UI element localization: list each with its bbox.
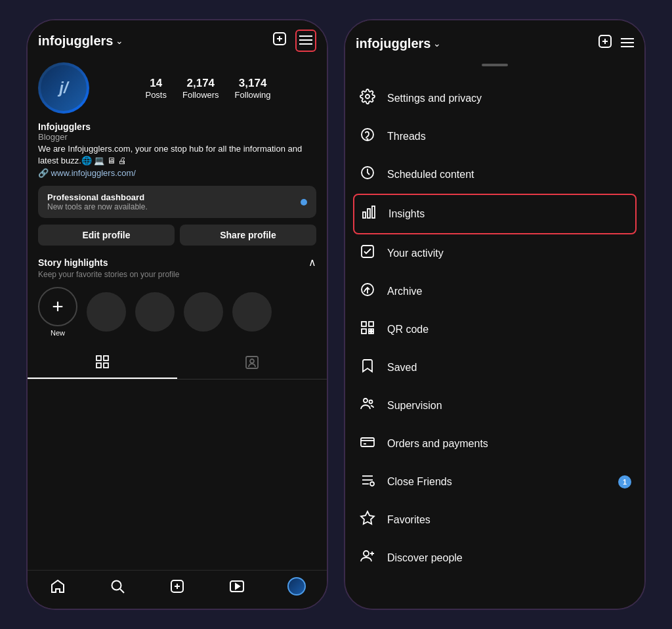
favorites-label: Favorites xyxy=(387,514,631,526)
bio-section: Infojugglers Blogger We are Infojugglers… xyxy=(28,121,327,183)
right-add-post-icon[interactable] xyxy=(597,33,613,53)
dashboard-dot-indicator xyxy=(301,199,307,206)
right-username-chevron-icon: ⌄ xyxy=(433,38,441,49)
highlight-item-1[interactable] xyxy=(87,292,126,332)
story-highlights-toggle-icon[interactable]: ∧ xyxy=(308,256,316,269)
nav-create[interactable] xyxy=(147,577,207,596)
dashboard-title: Professional dashboard xyxy=(47,192,148,202)
following-label: Following xyxy=(235,90,271,100)
username-chevron-icon: ⌄ xyxy=(116,35,123,46)
professional-dashboard-card[interactable]: Professional dashboard New tools are now… xyxy=(38,186,316,218)
svg-rect-40 xyxy=(371,329,373,331)
hamburger-menu-icon[interactable] xyxy=(295,30,316,52)
menu-item-archive[interactable]: Archive xyxy=(345,272,644,311)
new-highlight-button[interactable]: + New xyxy=(38,287,77,337)
tab-grid[interactable] xyxy=(28,346,177,379)
svg-point-27 xyxy=(368,139,368,140)
nav-home[interactable] xyxy=(28,577,87,596)
story-highlights-subtitle: Keep your favorite stories on your profi… xyxy=(28,270,327,284)
svg-rect-6 xyxy=(96,356,101,360)
svg-rect-34 xyxy=(362,322,366,326)
svg-rect-30 xyxy=(368,209,370,218)
tab-tagged[interactable] xyxy=(177,346,327,379)
svg-line-13 xyxy=(120,589,124,593)
profile-link[interactable]: 🔗 www.infojugglers.com/ xyxy=(38,168,316,178)
following-stat[interactable]: 3,174 Following xyxy=(235,77,271,100)
scheduled-label: Scheduled content xyxy=(387,169,631,181)
following-count: 3,174 xyxy=(239,77,267,90)
menu-item-discover[interactable]: Discover people xyxy=(345,539,644,577)
menu-item-threads[interactable]: Threads xyxy=(345,118,644,156)
right-hamburger-menu-icon[interactable] xyxy=(621,35,634,52)
new-highlight-circle[interactable]: + xyxy=(38,287,77,326)
menu-item-activity[interactable]: Your activity xyxy=(345,234,644,272)
close-friends-icon xyxy=(358,472,377,492)
add-post-icon[interactable] xyxy=(272,31,287,51)
profile-role: Blogger xyxy=(38,132,316,142)
right-username: infojugglers xyxy=(356,36,430,51)
insights-label: Insights xyxy=(388,208,630,220)
activity-label: Your activity xyxy=(387,248,631,259)
menu-list: Settings and privacy Threads xyxy=(345,74,644,609)
left-header: infojugglers ⌄ xyxy=(28,20,327,57)
svg-point-49 xyxy=(370,482,374,486)
share-profile-button[interactable]: Share profile xyxy=(180,225,316,246)
right-header: infojugglers ⌄ xyxy=(345,20,644,58)
close-friends-label: Close Friends xyxy=(387,476,608,488)
menu-item-supervision[interactable]: Supervision xyxy=(345,387,644,425)
supervision-icon xyxy=(358,396,377,416)
pull-tab xyxy=(482,64,508,66)
menu-item-qrcode[interactable]: QR code xyxy=(345,311,644,349)
svg-point-11 xyxy=(250,359,254,363)
followers-stat[interactable]: 2,174 Followers xyxy=(182,77,219,100)
menu-item-insights[interactable]: Insights xyxy=(353,194,637,234)
archive-icon xyxy=(358,282,377,301)
svg-point-41 xyxy=(364,399,368,402)
menu-item-settings[interactable]: Settings and privacy xyxy=(345,79,644,118)
svg-marker-18 xyxy=(236,584,240,589)
discover-label: Discover people xyxy=(387,552,631,564)
posts-stat[interactable]: 14 Posts xyxy=(145,77,167,100)
nav-search[interactable] xyxy=(87,577,147,596)
svg-rect-8 xyxy=(96,363,101,368)
dashboard-subtitle: New tools are now available. xyxy=(47,202,148,211)
posts-count: 14 xyxy=(150,77,162,90)
right-username-section[interactable]: infojugglers ⌄ xyxy=(356,36,441,51)
profile-avatar-nav xyxy=(287,577,306,596)
clock-icon xyxy=(358,165,377,184)
menu-item-saved[interactable]: Saved xyxy=(345,349,644,387)
svg-point-42 xyxy=(369,401,373,404)
nav-profile[interactable] xyxy=(267,577,327,596)
menu-item-orders[interactable]: Orders and payments xyxy=(345,425,644,463)
highlight-item-2[interactable] xyxy=(135,292,175,332)
action-buttons: Edit profile Share profile xyxy=(28,225,327,253)
highlight-item-4[interactable] xyxy=(232,292,272,332)
menu-item-favorites[interactable]: Favorites xyxy=(345,501,644,539)
svg-rect-9 xyxy=(104,363,108,368)
saved-label: Saved xyxy=(387,362,631,374)
story-highlights-title: Story highlights xyxy=(38,257,108,268)
threads-label: Threads xyxy=(387,131,631,142)
new-highlight-label: New xyxy=(51,329,65,337)
svg-point-51 xyxy=(364,551,369,556)
highlight-item-3[interactable] xyxy=(184,292,223,332)
followers-label: Followers xyxy=(182,90,219,100)
svg-marker-50 xyxy=(361,511,374,524)
nav-reels[interactable] xyxy=(207,577,267,596)
svg-rect-31 xyxy=(372,206,375,218)
svg-point-25 xyxy=(366,95,369,98)
posts-label: Posts xyxy=(145,90,167,100)
svg-rect-36 xyxy=(362,329,366,334)
menu-item-close-friends[interactable]: Close Friends 1 xyxy=(345,463,644,501)
archive-label: Archive xyxy=(387,286,631,297)
content-tabs xyxy=(28,346,327,380)
username-section[interactable]: infojugglers ⌄ xyxy=(38,33,123,49)
svg-rect-38 xyxy=(371,332,373,334)
svg-rect-10 xyxy=(246,357,258,368)
gear-icon xyxy=(358,89,377,108)
svg-rect-37 xyxy=(369,329,371,331)
settings-label: Settings and privacy xyxy=(387,93,631,104)
edit-profile-button[interactable]: Edit profile xyxy=(38,225,175,246)
profile-name: Infojugglers xyxy=(38,121,316,132)
menu-item-scheduled[interactable]: Scheduled content xyxy=(345,156,644,194)
